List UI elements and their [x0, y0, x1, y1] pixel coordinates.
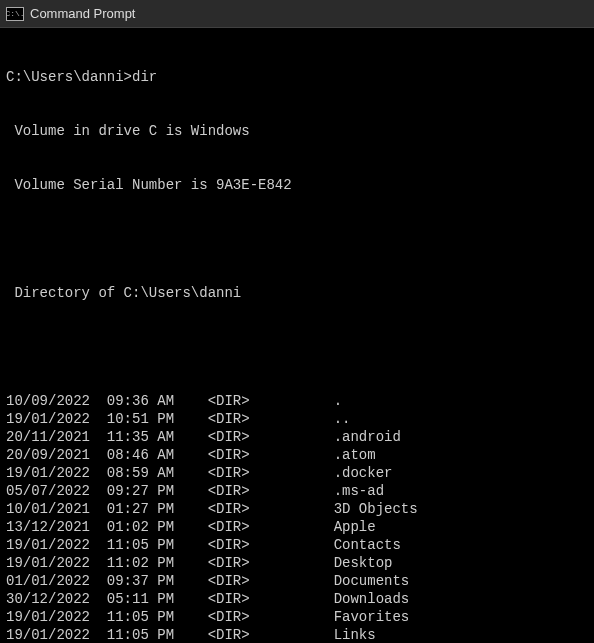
prompt-path: C:\Users\danni>: [6, 69, 132, 85]
window-title: Command Prompt: [30, 6, 135, 21]
directory-entry: 10/09/2022 09:36 AM <DIR> .: [6, 392, 588, 410]
cmd-icon: C:\.: [6, 7, 24, 21]
directory-entry: 19/01/2022 11:02 PM <DIR> Desktop: [6, 554, 588, 572]
directory-listing: 10/09/2022 09:36 AM <DIR> .19/01/2022 10…: [6, 392, 588, 643]
directory-entry: 13/12/2021 01:02 PM <DIR> Apple: [6, 518, 588, 536]
directory-entry: 19/01/2022 11:05 PM <DIR> Contacts: [6, 536, 588, 554]
blank-line: [6, 338, 588, 356]
directory-entry: 10/01/2021 01:27 PM <DIR> 3D Objects: [6, 500, 588, 518]
directory-entry: 19/01/2022 08:59 AM <DIR> .docker: [6, 464, 588, 482]
serial-line: Volume Serial Number is 9A3E-E842: [6, 176, 588, 194]
volume-line: Volume in drive C is Windows: [6, 122, 588, 140]
directory-entry: 30/12/2022 05:11 PM <DIR> Downloads: [6, 590, 588, 608]
directory-entry: 19/01/2022 10:51 PM <DIR> ..: [6, 410, 588, 428]
directory-entry: 05/07/2022 09:27 PM <DIR> .ms-ad: [6, 482, 588, 500]
directory-entry: 19/01/2022 11:05 PM <DIR> Links: [6, 626, 588, 643]
title-bar[interactable]: C:\. Command Prompt: [0, 0, 594, 28]
directory-entry: 19/01/2022 11:05 PM <DIR> Favorites: [6, 608, 588, 626]
terminal-output[interactable]: C:\Users\danni>dir Volume in drive C is …: [0, 28, 594, 643]
blank-line: [6, 230, 588, 248]
prompt-line: C:\Users\danni>dir: [6, 68, 588, 86]
directory-entry: 20/11/2021 11:35 AM <DIR> .android: [6, 428, 588, 446]
directory-of-line: Directory of C:\Users\danni: [6, 284, 588, 302]
command-text: dir: [132, 69, 157, 85]
directory-entry: 20/09/2021 08:46 AM <DIR> .atom: [6, 446, 588, 464]
directory-entry: 01/01/2022 09:37 PM <DIR> Documents: [6, 572, 588, 590]
